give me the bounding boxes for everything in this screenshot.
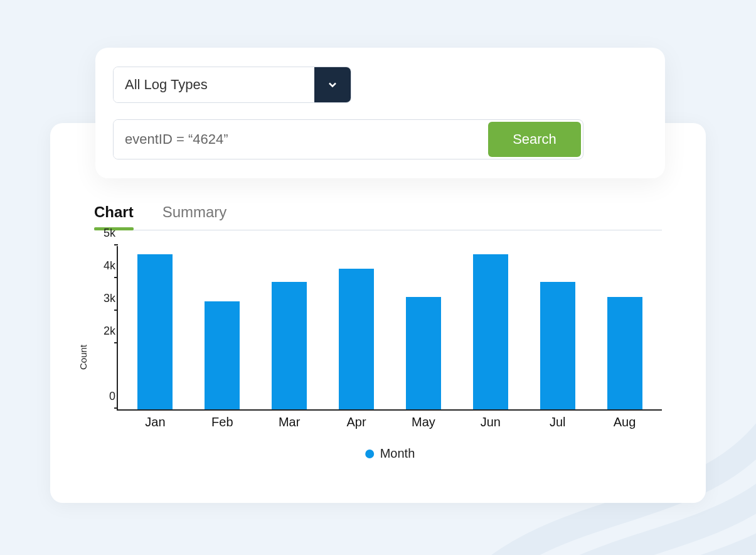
- bar-column: Jun: [457, 246, 524, 409]
- legend-dot-icon: [365, 450, 374, 458]
- bar: [473, 254, 508, 409]
- y-tick-mark: [114, 310, 118, 311]
- bar: [540, 282, 575, 409]
- legend-label: Month: [380, 446, 415, 461]
- y-tick-mark: [114, 342, 118, 343]
- y-tick-mark: [114, 277, 118, 278]
- x-tick-label: Aug: [614, 415, 636, 429]
- bars-container: JanFebMarAprMayJunJulAug: [118, 246, 662, 409]
- search-button[interactable]: Search: [488, 122, 581, 157]
- y-tick-label: 0: [90, 390, 115, 403]
- bar-column: Jan: [122, 246, 189, 409]
- y-tick-label: 4k: [90, 259, 115, 272]
- search-panel: All Log Types eventID = “4624” Search: [95, 48, 665, 178]
- bar-column: Apr: [323, 246, 390, 409]
- chevron-down-icon[interactable]: [314, 67, 351, 102]
- tab-summary[interactable]: Summary: [162, 203, 227, 230]
- y-tick-mark: [114, 244, 118, 245]
- bar: [339, 269, 374, 409]
- log-type-dropdown[interactable]: All Log Types: [113, 67, 351, 103]
- bar: [272, 282, 307, 409]
- bar-column: May: [390, 246, 457, 409]
- y-axis-label: Count: [78, 345, 88, 370]
- bar-column: Jul: [524, 246, 591, 409]
- x-tick-label: May: [412, 415, 435, 429]
- dropdown-label: All Log Types: [114, 67, 314, 102]
- plot: JanFebMarAprMayJunJulAug Month 02k3k4k5k: [117, 246, 662, 411]
- chart-area: Count JanFebMarAprMayJunJulAug Month 02k…: [94, 246, 662, 468]
- y-tick-label: 3k: [90, 292, 115, 305]
- x-tick-label: Jan: [145, 415, 165, 429]
- legend: Month: [365, 446, 415, 461]
- x-tick-label: Feb: [211, 415, 233, 429]
- bar-column: Mar: [256, 246, 323, 409]
- y-tick-label: 5k: [90, 227, 115, 240]
- x-tick-label: Jul: [550, 415, 566, 429]
- x-tick-label: Jun: [481, 415, 501, 429]
- bar: [406, 297, 441, 409]
- tabs: Chart Summary: [94, 203, 662, 230]
- x-tick-label: Apr: [347, 415, 366, 429]
- bar-column: Feb: [189, 246, 256, 409]
- y-tick-label: 2k: [90, 325, 115, 338]
- chart-panel: Chart Summary Count JanFebMarAprMayJunJu…: [50, 123, 706, 503]
- bar: [205, 301, 240, 409]
- bar: [137, 254, 173, 409]
- search-input[interactable]: eventID = “4624”: [114, 120, 486, 159]
- x-tick-label: Mar: [279, 415, 300, 429]
- bar: [607, 297, 642, 409]
- bar-column: Aug: [591, 246, 658, 409]
- search-row: eventID = “4624” Search: [113, 119, 583, 159]
- y-tick-mark: [114, 407, 118, 409]
